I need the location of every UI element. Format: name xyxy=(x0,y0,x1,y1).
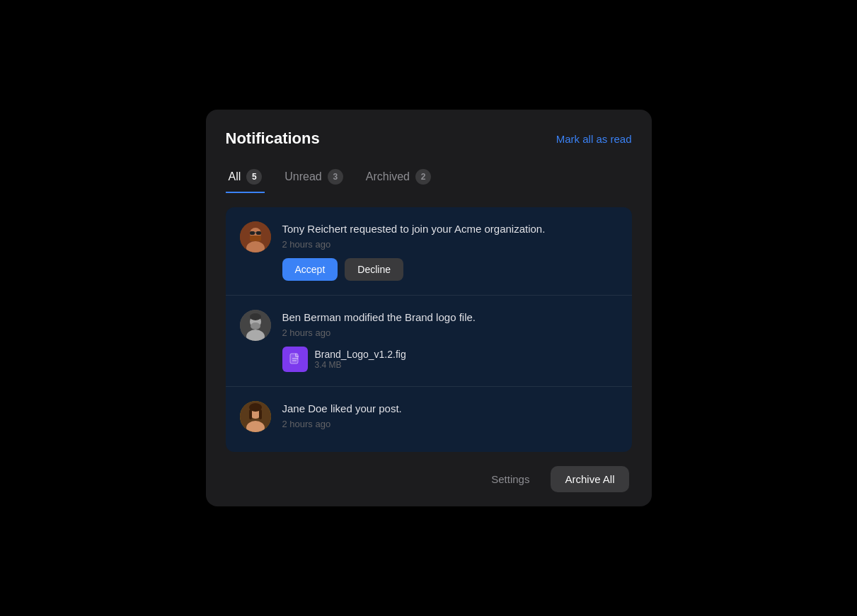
notifications-panel: Notifications Mark all as read All 5 Unr… xyxy=(206,110,652,506)
tab-archived-badge: 2 xyxy=(415,169,431,185)
file-name: Brand_Logo_v1.2.fig xyxy=(315,349,406,360)
svg-rect-4 xyxy=(250,231,255,235)
notification-item-join: Tony Reichert requested to join your Acm… xyxy=(226,207,632,296)
svg-point-11 xyxy=(251,322,260,330)
avatar-tony xyxy=(240,221,271,252)
notification-content-join: Tony Reichert requested to join your Acm… xyxy=(282,221,618,281)
archive-all-button[interactable]: Archive All xyxy=(551,466,628,492)
notification-item-file: Ben Berman modified the Brand logo file.… xyxy=(226,296,632,387)
file-size: 3.4 MB xyxy=(315,360,406,370)
notifications-list: Tony Reichert requested to join your Acm… xyxy=(226,207,632,452)
svg-rect-20 xyxy=(259,409,262,419)
notification-time-file: 2 hours ago xyxy=(282,327,618,338)
tab-unread-badge: 3 xyxy=(328,169,343,185)
svg-point-10 xyxy=(250,313,261,320)
file-icon xyxy=(282,347,308,372)
panel-title: Notifications xyxy=(226,129,320,148)
panel-header: Notifications Mark all as read xyxy=(226,129,632,148)
avatar-ben xyxy=(240,310,271,341)
notification-text-file: Ben Berman modified the Brand logo file. xyxy=(282,310,618,325)
notification-time-like: 2 hours ago xyxy=(282,419,618,429)
tab-all-label: All xyxy=(229,170,241,183)
tab-all-badge: 5 xyxy=(246,169,262,185)
avatar-jane xyxy=(240,401,271,432)
tab-all[interactable]: All 5 xyxy=(226,165,265,193)
tab-unread-label: Unread xyxy=(284,170,321,183)
notification-text-join: Tony Reichert requested to join your Acm… xyxy=(282,221,618,236)
svg-rect-3 xyxy=(250,236,261,241)
notification-text-like: Jane Doe liked your post. xyxy=(282,401,618,416)
mark-all-read-button[interactable]: Mark all as read xyxy=(556,133,632,145)
settings-button[interactable]: Settings xyxy=(481,466,539,492)
tab-archived-label: Archived xyxy=(366,170,410,183)
action-buttons-join: Accept Decline xyxy=(282,258,618,281)
tab-archived[interactable]: Archived 2 xyxy=(363,165,434,193)
svg-rect-19 xyxy=(249,409,252,419)
file-attachment: Brand_Logo_v1.2.fig 3.4 MB xyxy=(282,347,618,372)
tab-unread[interactable]: Unread 3 xyxy=(282,165,345,193)
accept-button[interactable]: Accept xyxy=(282,258,338,281)
svg-rect-5 xyxy=(256,231,261,235)
notification-time-join: 2 hours ago xyxy=(282,239,618,250)
tabs-container: All 5 Unread 3 Archived 2 xyxy=(226,165,632,193)
notification-content-like: Jane Doe liked your post. 2 hours ago xyxy=(282,401,618,438)
decline-button[interactable]: Decline xyxy=(345,258,403,281)
panel-footer: Settings Archive All xyxy=(226,452,632,506)
notification-content-file: Ben Berman modified the Brand logo file.… xyxy=(282,310,618,372)
file-info: Brand_Logo_v1.2.fig 3.4 MB xyxy=(315,349,406,370)
notification-item-like: Jane Doe liked your post. 2 hours ago xyxy=(226,387,632,452)
